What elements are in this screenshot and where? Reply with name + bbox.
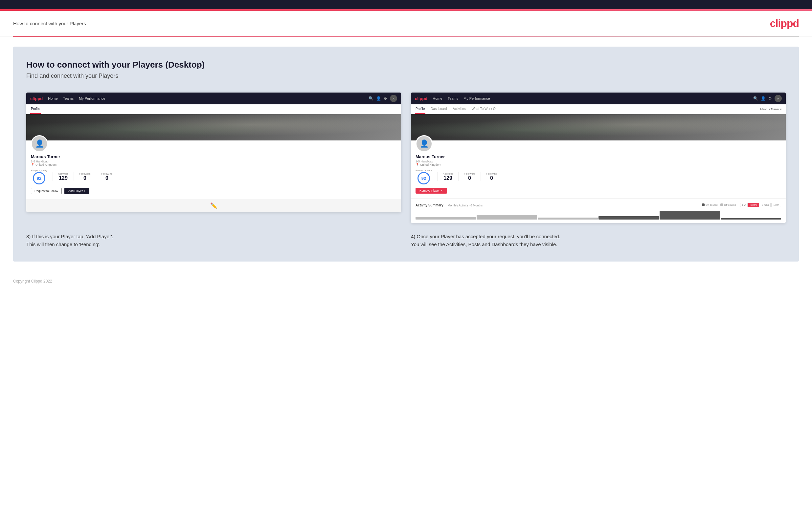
chart-bar-1 [415,217,476,220]
chart-bar-5 [660,211,720,220]
time-btn-1yr[interactable]: 1 yr [740,203,748,207]
left-nav-teams[interactable]: Teams [63,97,73,100]
left-stat-followers: Followers 0 [73,172,90,181]
time-btn-3mths[interactable]: 3 mths [760,203,771,207]
on-course-dot [702,204,705,206]
header-title: How to connect with your Players [13,21,86,26]
description-left-col: 3) If this is your Player tap, 'Add Play… [26,233,401,248]
chart-bar-6 [721,218,781,220]
right-nav-avatar[interactable]: A [774,95,782,102]
tab-activities-right[interactable]: Activities [452,104,466,114]
time-btn-6mths[interactable]: 6 mths [748,203,759,207]
left-player-location: 📍 United Kingdom [31,163,397,166]
description-right: 4) Once your Player has accepted your re… [411,233,786,248]
time-btn-1mth[interactable]: 1 mth [771,203,781,207]
left-hero-overlay [26,114,401,140]
chart-bar-4 [599,216,659,220]
activity-header: Activity Summary Monthly Activity · 6 Mo… [415,202,781,208]
chart-area [415,210,781,220]
left-stat-following: Following 0 [96,172,113,181]
right-activity-summary: Activity Summary Monthly Activity · 6 Mo… [411,198,786,223]
right-navbar: clippd Home Teams My Performance 🔍 👤 ⚙ A [411,93,786,104]
right-user-icon[interactable]: 👤 [761,96,766,101]
left-nav-avatar[interactable]: A [390,95,397,102]
chart-bar-3 [538,218,598,220]
left-nav-my-performance[interactable]: My Performance [79,97,105,100]
description-left: 3) If this is your Player tap, 'Add Play… [26,233,401,248]
right-settings-icon[interactable]: ⚙ [768,96,772,101]
left-loader-area: ✏️ [26,199,401,212]
left-nav-icons: 🔍 👤 ⚙ A [368,95,397,102]
right-stat-following: Following 0 [480,172,497,181]
tab-profile-right[interactable]: Profile [415,104,425,114]
left-player-handicap: 1-5 Handicap [31,160,397,163]
description-right-col: 4) Once your Player has accepted your re… [411,233,786,248]
left-screenshot-col: clippd Home Teams My Performance 🔍 👤 ⚙ A… [26,93,401,223]
right-app-logo: clippd [415,96,427,101]
page-heading: How to connect with your Players (Deskto… [26,60,786,70]
right-search-icon[interactable]: 🔍 [753,96,758,101]
left-quality-circle: 92 [33,172,45,184]
left-app-logo: clippd [30,96,43,101]
right-stat-followers: Followers 0 [458,172,475,181]
right-nav-home[interactable]: Home [433,97,442,100]
left-hero-banner [26,114,401,140]
right-stat-activities: Activities 129 [437,172,453,181]
settings-icon[interactable]: ⚙ [384,96,387,101]
search-icon[interactable]: 🔍 [368,96,373,101]
right-tabs-group: Profile Dashboard Activities What To Wor… [415,104,498,114]
right-nav-teams[interactable]: Teams [448,97,458,100]
loader-icon: ✏️ [210,202,217,209]
legend-on-course: On course [702,204,718,207]
right-nav-my-performance[interactable]: My Performance [463,97,490,100]
clippd-logo: clippd [770,17,799,30]
tab-dashboard-right[interactable]: Dashboard [430,104,447,114]
location-pin-icon: 📍 [31,163,35,166]
activity-legend: On course Off course [702,204,736,207]
activity-controls: On course Off course 1 yr 6 mths 3 [702,203,781,207]
marcus-turner-dropdown[interactable]: Marcus Turner ▾ [760,108,782,111]
left-player-quality: Player Quality 92 [31,169,47,184]
right-player-location: 📍 United Kingdom [415,163,781,166]
right-quality-circle: 92 [417,172,430,184]
right-nav-icons: 🔍 👤 ⚙ A [753,95,782,102]
tab-profile-left[interactable]: Profile [30,104,41,114]
tab-what-to-work-on-right[interactable]: What To Work On [471,104,498,114]
footer-copyright: Copyright Clippd 2022 [13,279,52,284]
off-course-dot [720,204,723,206]
right-profile: 👤 Marcus Turner 1-5 Handicap 📍 United Ki… [411,140,786,198]
chart-bar-2 [476,215,537,220]
add-player-button[interactable]: Add Player + [64,188,89,194]
right-mock-app: clippd Home Teams My Performance 🔍 👤 ⚙ A [411,93,786,223]
right-stats-row: Player Quality 92 Activities 129 Followe… [415,169,781,184]
page-header: How to connect with your Players clippd [0,11,812,37]
right-hero-banner [411,114,786,140]
activity-title-group: Activity Summary Monthly Activity · 6 Mo… [415,202,483,208]
page-subheading: Find and connect with your Players [26,72,786,79]
right-location-pin-icon: 📍 [415,163,419,166]
activity-title: Activity Summary [415,204,443,207]
right-player-quality: Player Quality 92 [415,169,432,184]
time-buttons: 1 yr 6 mths 3 mths 1 mth [740,203,781,207]
legend-off-course: Off course [720,204,736,207]
screenshots-row: clippd Home Teams My Performance 🔍 👤 ⚙ A… [26,93,786,223]
right-app-tabs: Profile Dashboard Activities What To Wor… [411,104,786,114]
page-footer: Copyright Clippd 2022 [0,271,812,290]
right-player-name: Marcus Turner [415,154,781,159]
left-stat-activities: Activities 129 [53,172,69,181]
request-to-follow-button[interactable]: Request to Follow [31,188,62,194]
activity-subtitle: Monthly Activity · 6 Months [448,204,483,207]
right-avatar: 👤 [415,135,433,152]
left-profile: 👤 Marcus Turner 1-5 Handicap 📍 United Ki… [26,140,401,199]
left-avatar: 👤 [31,135,48,152]
right-player-handicap: 1-5 Handicap [415,160,781,163]
left-nav-home[interactable]: Home [48,97,57,100]
right-screenshot-col: clippd Home Teams My Performance 🔍 👤 ⚙ A [411,93,786,223]
user-icon[interactable]: 👤 [376,96,381,101]
left-profile-buttons: Request to Follow Add Player + [31,188,397,194]
right-hero-overlay [411,114,786,140]
remove-player-button[interactable]: Remove Player ✕ [415,188,447,193]
descriptions-row: 3) If this is your Player tap, 'Add Play… [26,233,786,248]
left-app-tabs: Profile [26,104,401,114]
header-divider [13,37,799,37]
